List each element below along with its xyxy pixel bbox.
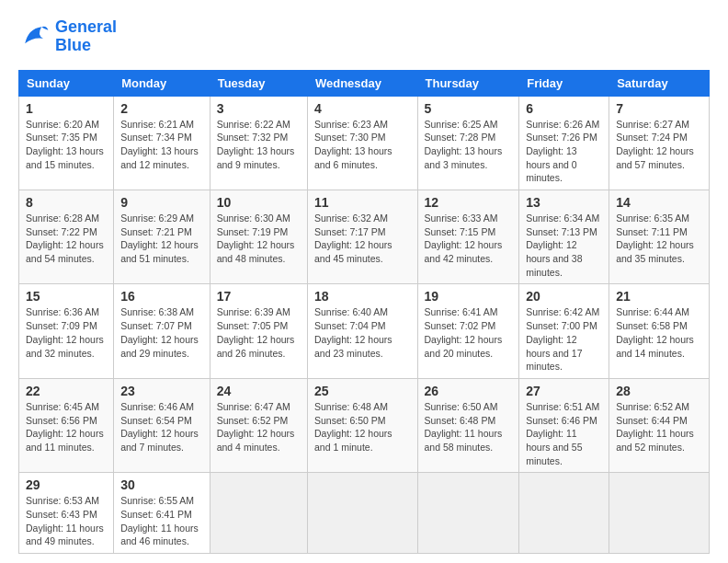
calendar-cell [417,473,519,554]
calendar-cell: 20Sunrise: 6:42 AM Sunset: 7:00 PM Dayli… [519,284,609,378]
day-info: Sunrise: 6:41 AM Sunset: 7:02 PM Dayligh… [425,305,513,360]
day-number: 4 [314,101,411,116]
day-number: 18 [314,289,411,304]
day-number: 11 [314,195,411,210]
day-number: 25 [314,384,411,398]
calendar-cell: 23Sunrise: 6:46 AM Sunset: 6:54 PM Dayli… [114,378,210,472]
column-header-thursday: Thursday [417,70,519,96]
day-number: 12 [425,195,513,210]
column-header-friday: Friday [519,70,609,96]
day-info: Sunrise: 6:55 AM Sunset: 6:41 PM Dayligh… [120,494,203,548]
day-info: Sunrise: 6:52 AM Sunset: 6:44 PM Dayligh… [616,400,702,454]
day-info: Sunrise: 6:50 AM Sunset: 6:48 PM Dayligh… [425,400,513,454]
calendar-cell: 14Sunrise: 6:35 AM Sunset: 7:11 PM Dayli… [609,190,710,284]
logo-text: General Blue [55,18,117,55]
calendar-cell: 7Sunrise: 6:27 AM Sunset: 7:24 PM Daylig… [609,96,710,190]
day-number: 1 [26,101,107,116]
calendar-cell: 1Sunrise: 6:20 AM Sunset: 7:35 PM Daylig… [19,96,114,190]
calendar-cell: 28Sunrise: 6:52 AM Sunset: 6:44 PM Dayli… [609,378,710,472]
calendar-cell [307,473,417,554]
calendar-cell: 12Sunrise: 6:33 AM Sunset: 7:15 PM Dayli… [417,190,519,284]
day-info: Sunrise: 6:23 AM Sunset: 7:30 PM Dayligh… [314,118,411,172]
calendar-cell [210,473,307,554]
day-number: 19 [425,289,513,304]
calendar-cell: 29Sunrise: 6:53 AM Sunset: 6:43 PM Dayli… [19,473,114,554]
day-info: Sunrise: 6:32 AM Sunset: 7:17 PM Dayligh… [314,212,411,266]
calendar-cell: 15Sunrise: 6:36 AM Sunset: 7:09 PM Dayli… [19,284,114,378]
day-number: 29 [26,477,107,492]
calendar-cell: 3Sunrise: 6:22 AM Sunset: 7:32 PM Daylig… [210,96,307,190]
day-info: Sunrise: 6:44 AM Sunset: 6:58 PM Dayligh… [616,305,702,360]
calendar-cell: 10Sunrise: 6:30 AM Sunset: 7:19 PM Dayli… [210,190,307,284]
day-info: Sunrise: 6:46 AM Sunset: 6:54 PM Dayligh… [120,400,203,454]
calendar-cell: 8Sunrise: 6:28 AM Sunset: 7:22 PM Daylig… [19,190,114,284]
calendar-cell: 26Sunrise: 6:50 AM Sunset: 6:48 PM Dayli… [417,378,519,472]
day-number: 24 [217,384,301,398]
column-header-tuesday: Tuesday [210,70,307,96]
day-number: 6 [526,101,602,116]
day-number: 15 [26,289,107,304]
column-header-sunday: Sunday [19,70,114,96]
calendar-cell: 21Sunrise: 6:44 AM Sunset: 6:58 PM Dayli… [609,284,710,378]
day-number: 7 [616,101,702,116]
day-number: 13 [526,195,602,210]
day-info: Sunrise: 6:39 AM Sunset: 7:05 PM Dayligh… [217,305,301,360]
day-info: Sunrise: 6:42 AM Sunset: 7:00 PM Dayligh… [526,305,602,373]
calendar-table: SundayMondayTuesdayWednesdayThursdayFrid… [18,70,710,555]
calendar-header-row: SundayMondayTuesdayWednesdayThursdayFrid… [19,70,710,96]
calendar-cell: 25Sunrise: 6:48 AM Sunset: 6:50 PM Dayli… [307,378,417,472]
day-info: Sunrise: 6:48 AM Sunset: 6:50 PM Dayligh… [314,400,411,454]
calendar-cell [609,473,710,554]
calendar-cell: 5Sunrise: 6:25 AM Sunset: 7:28 PM Daylig… [417,96,519,190]
calendar-week-row: 1Sunrise: 6:20 AM Sunset: 7:35 PM Daylig… [19,96,710,190]
calendar-cell: 30Sunrise: 6:55 AM Sunset: 6:41 PM Dayli… [114,473,210,554]
calendar-cell: 6Sunrise: 6:26 AM Sunset: 7:26 PM Daylig… [519,96,609,190]
day-number: 16 [120,289,203,304]
day-info: Sunrise: 6:35 AM Sunset: 7:11 PM Dayligh… [616,212,702,266]
day-number: 8 [26,195,107,210]
day-number: 9 [120,195,203,210]
calendar-week-row: 22Sunrise: 6:45 AM Sunset: 6:56 PM Dayli… [19,378,710,472]
day-number: 26 [425,384,513,398]
day-number: 30 [120,477,203,492]
day-info: Sunrise: 6:45 AM Sunset: 6:56 PM Dayligh… [26,400,107,454]
day-number: 21 [616,289,702,304]
day-number: 28 [616,384,702,398]
calendar-cell: 9Sunrise: 6:29 AM Sunset: 7:21 PM Daylig… [114,190,210,284]
calendar-cell: 22Sunrise: 6:45 AM Sunset: 6:56 PM Dayli… [19,378,114,472]
day-number: 23 [120,384,203,398]
day-info: Sunrise: 6:33 AM Sunset: 7:15 PM Dayligh… [425,212,513,266]
day-info: Sunrise: 6:40 AM Sunset: 7:04 PM Dayligh… [314,305,411,360]
calendar-week-row: 15Sunrise: 6:36 AM Sunset: 7:09 PM Dayli… [19,284,710,378]
calendar-cell: 11Sunrise: 6:32 AM Sunset: 7:17 PM Dayli… [307,190,417,284]
day-info: Sunrise: 6:51 AM Sunset: 6:46 PM Dayligh… [526,400,602,467]
day-number: 3 [217,101,301,116]
day-info: Sunrise: 6:47 AM Sunset: 6:52 PM Dayligh… [217,400,301,454]
calendar-cell: 13Sunrise: 6:34 AM Sunset: 7:13 PM Dayli… [519,190,609,284]
column-header-saturday: Saturday [609,70,710,96]
page-header: General Blue [18,18,710,55]
calendar-cell [519,473,609,554]
day-number: 2 [120,101,203,116]
calendar-cell: 24Sunrise: 6:47 AM Sunset: 6:52 PM Dayli… [210,378,307,472]
column-header-wednesday: Wednesday [307,70,417,96]
day-info: Sunrise: 6:25 AM Sunset: 7:28 PM Dayligh… [425,118,513,172]
day-info: Sunrise: 6:53 AM Sunset: 6:43 PM Dayligh… [26,494,107,548]
column-header-monday: Monday [114,70,210,96]
day-info: Sunrise: 6:30 AM Sunset: 7:19 PM Dayligh… [217,212,301,266]
calendar-week-row: 8Sunrise: 6:28 AM Sunset: 7:22 PM Daylig… [19,190,710,284]
calendar-cell: 17Sunrise: 6:39 AM Sunset: 7:05 PM Dayli… [210,284,307,378]
day-info: Sunrise: 6:38 AM Sunset: 7:07 PM Dayligh… [120,305,203,360]
day-number: 10 [217,195,301,210]
day-info: Sunrise: 6:26 AM Sunset: 7:26 PM Dayligh… [526,118,602,185]
day-info: Sunrise: 6:21 AM Sunset: 7:34 PM Dayligh… [120,118,203,172]
day-number: 5 [425,101,513,116]
day-info: Sunrise: 6:28 AM Sunset: 7:22 PM Dayligh… [26,212,107,266]
calendar-cell: 16Sunrise: 6:38 AM Sunset: 7:07 PM Dayli… [114,284,210,378]
calendar-cell: 19Sunrise: 6:41 AM Sunset: 7:02 PM Dayli… [417,284,519,378]
calendar-cell: 2Sunrise: 6:21 AM Sunset: 7:34 PM Daylig… [114,96,210,190]
day-info: Sunrise: 6:22 AM Sunset: 7:32 PM Dayligh… [217,118,301,172]
day-info: Sunrise: 6:20 AM Sunset: 7:35 PM Dayligh… [26,118,107,172]
day-number: 17 [217,289,301,304]
day-number: 27 [526,384,602,398]
